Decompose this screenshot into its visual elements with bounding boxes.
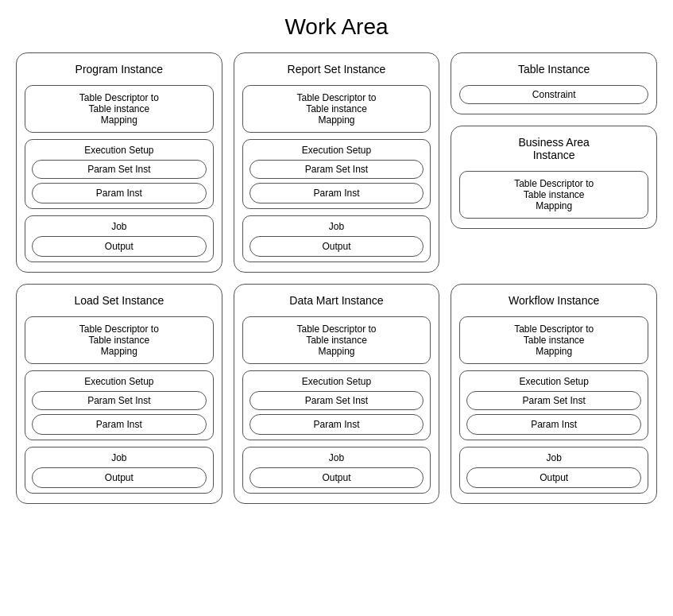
- report-set-instance-title: Report Set Instance: [242, 63, 431, 76]
- program-execution-setup-box: Execution Setup Param Set Inst Param Ins…: [25, 139, 214, 209]
- wf-job-label: Job: [466, 452, 641, 463]
- dm-job-box: Job Output: [242, 447, 431, 494]
- program-table-descriptor-label: Table Descriptor to Table instance Mappi…: [32, 92, 207, 126]
- load-output: Output: [32, 467, 207, 488]
- wf-execution-setup-label: Execution Setup: [466, 376, 641, 387]
- program-output: Output: [32, 236, 207, 257]
- table-instance-constraint: Constraint: [459, 85, 648, 104]
- load-set-instance-title: Load Set Instance: [25, 294, 214, 307]
- report-param-set-inst: Param Set Inst: [249, 160, 424, 179]
- ba-table-descriptor-label: Table Descriptor to Table instance Mappi…: [466, 178, 641, 211]
- wf-output: Output: [466, 467, 641, 488]
- data-mart-instance-card: Data Mart Instance Table Descriptor to T…: [234, 284, 440, 504]
- wf-table-descriptor-label: Table Descriptor to Table instance Mappi…: [466, 323, 641, 357]
- report-table-descriptor-label: Table Descriptor to Table instance Mappi…: [249, 92, 424, 126]
- dm-table-descriptor-box: Table Descriptor to Table instance Mappi…: [242, 316, 431, 364]
- business-area-instance-card: Business Area Instance Table Descriptor …: [451, 126, 657, 229]
- dm-job-label: Job: [249, 452, 424, 463]
- report-job-box: Job Output: [242, 215, 431, 262]
- report-job-label: Job: [249, 221, 424, 232]
- dm-param-inst: Param Inst: [249, 414, 424, 435]
- wf-execution-setup-box: Execution Setup Param Set Inst Param Ins…: [459, 370, 648, 440]
- dm-table-descriptor-label: Table Descriptor to Table instance Mappi…: [249, 323, 424, 357]
- load-job-box: Job Output: [25, 447, 214, 494]
- load-param-set-inst: Param Set Inst: [32, 391, 207, 410]
- report-param-inst: Param Inst: [249, 183, 424, 203]
- col3-top: Table Instance Constraint Business Area …: [451, 52, 657, 273]
- load-job-label: Job: [32, 452, 207, 463]
- dm-output: Output: [249, 467, 424, 488]
- page-title: Work Area: [8, 8, 665, 40]
- load-table-descriptor-label: Table Descriptor to Table instance Mappi…: [32, 323, 207, 357]
- table-instance-card: Table Instance Constraint: [451, 52, 657, 114]
- load-param-inst: Param Inst: [32, 414, 207, 435]
- wf-job-box: Job Output: [459, 447, 648, 494]
- program-param-inst: Param Inst: [32, 183, 207, 203]
- data-mart-instance-title: Data Mart Instance: [242, 294, 431, 307]
- report-set-instance-card: Report Set Instance Table Descriptor to …: [234, 52, 440, 273]
- program-param-set-inst: Param Set Inst: [32, 160, 207, 179]
- load-execution-setup-label: Execution Setup: [32, 376, 207, 387]
- program-instance-title: Program Instance: [25, 63, 214, 76]
- workflow-instance-card: Workflow Instance Table Descriptor to Ta…: [451, 284, 657, 504]
- main-grid: Program Instance Table Descriptor to Tab…: [8, 52, 665, 512]
- program-job-box: Job Output: [25, 215, 214, 262]
- program-instance-card: Program Instance Table Descriptor to Tab…: [16, 52, 222, 273]
- table-instance-title: Table Instance: [459, 63, 648, 76]
- report-output: Output: [249, 236, 424, 257]
- report-execution-setup-box: Execution Setup Param Set Inst Param Ins…: [242, 139, 431, 209]
- report-execution-setup-label: Execution Setup: [249, 145, 424, 156]
- wf-param-inst: Param Inst: [466, 414, 641, 435]
- dm-execution-setup-box: Execution Setup Param Set Inst Param Ins…: [242, 370, 431, 440]
- report-table-descriptor-box: Table Descriptor to Table instance Mappi…: [242, 85, 431, 133]
- dm-execution-setup-label: Execution Setup: [249, 376, 424, 387]
- program-execution-setup-label: Execution Setup: [32, 145, 207, 156]
- load-set-instance-card: Load Set Instance Table Descriptor to Ta…: [16, 284, 222, 504]
- program-job-label: Job: [32, 221, 207, 232]
- load-table-descriptor-box: Table Descriptor to Table instance Mappi…: [25, 316, 214, 364]
- program-table-descriptor-box: Table Descriptor to Table instance Mappi…: [25, 85, 214, 133]
- dm-param-set-inst: Param Set Inst: [249, 391, 424, 410]
- wf-table-descriptor-box: Table Descriptor to Table instance Mappi…: [459, 316, 648, 364]
- load-execution-setup-box: Execution Setup Param Set Inst Param Ins…: [25, 370, 214, 440]
- business-area-instance-title: Business Area Instance: [459, 136, 648, 161]
- ba-table-descriptor-box: Table Descriptor to Table instance Mappi…: [459, 171, 648, 219]
- wf-param-set-inst: Param Set Inst: [466, 391, 641, 410]
- workflow-instance-title: Workflow Instance: [459, 294, 648, 307]
